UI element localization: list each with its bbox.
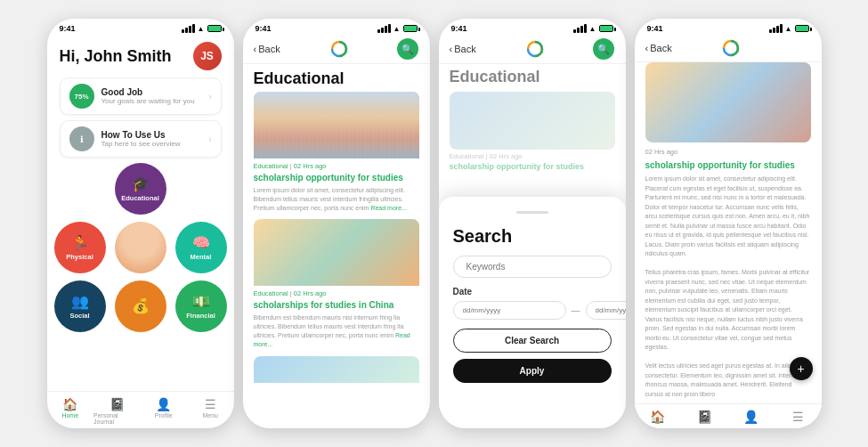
article-img-2 — [254, 219, 419, 286]
dollar-icon: 💵 — [192, 293, 210, 310]
categories-area: 🎓 Educational 🏃 Physical 🧠 Mental — [60, 163, 222, 339]
phone4: 9:41 ▲ ‹Back 02 Hrs — [635, 19, 822, 428]
date-dash: — — [572, 305, 580, 315]
journal-icon: 📓 — [110, 397, 125, 411]
physical-circle[interactable]: 🏃 Physical — [54, 222, 106, 273]
wifi-icon-2: ▲ — [393, 25, 401, 33]
date-range-row: — — [453, 301, 612, 320]
home-icon: 🏠 — [62, 397, 77, 411]
article-detail-meta: 02 Hrs ago — [645, 148, 811, 156]
search-button-3[interactable]: 🔍 — [593, 38, 614, 60]
back-button-2[interactable]: ‹Back — [254, 44, 280, 54]
educational-circle[interactable]: 🎓 Educational — [115, 163, 166, 215]
date-label: Date — [453, 287, 612, 297]
phone2: 9:41 ▲ ‹Back 🔍 Educati — [243, 19, 430, 428]
status-icons-1: ▲ — [182, 24, 222, 33]
status-icons-3: ▲ — [573, 24, 613, 33]
app-logo-2 — [329, 39, 349, 59]
info-circle: ℹ — [69, 126, 94, 151]
card-arrow-1: › — [208, 92, 211, 102]
time-4: 9:41 — [647, 24, 663, 33]
back-button-4[interactable]: ‹Back — [645, 43, 672, 53]
person-avatar — [115, 222, 166, 273]
clear-search-button[interactable]: Clear Search — [453, 329, 612, 353]
battery-icon-1 — [207, 25, 222, 32]
time-3: 9:41 — [451, 24, 467, 33]
mental-circle[interactable]: 🧠 Mental — [175, 222, 227, 273]
status-bar-2: 9:41 ▲ — [243, 19, 430, 35]
brain-icon: 🧠 — [192, 234, 210, 251]
nav-menu-4[interactable]: ☰ — [775, 410, 822, 425]
status-bar-4: 9:41 ▲ — [635, 19, 822, 35]
p2-topbar: ‹Back 🔍 — [243, 35, 430, 64]
keywords-input[interactable] — [453, 256, 612, 278]
p3-bg-title: Educational — [450, 68, 615, 86]
phone1: 9:41 ▲ Hi, John Smith JS 75% — [47, 19, 234, 428]
status-bar-3: 9:41 ▲ — [439, 19, 626, 35]
search-title: Search — [453, 226, 612, 247]
good-job-card[interactable]: 75% Good Job Your goals are waiting for … — [60, 77, 222, 115]
article-detail-img — [645, 62, 811, 142]
article-headline-2: scholarships for studies in China — [254, 299, 419, 311]
article-img-3 — [254, 356, 419, 383]
nav-home[interactable]: 🏠 Home — [47, 397, 94, 425]
time-2: 9:41 — [256, 24, 272, 33]
social-circle[interactable]: 👥 Social — [54, 280, 106, 332]
time-1: 9:41 — [60, 24, 76, 33]
running-icon: 🏃 — [71, 234, 89, 251]
date-to-input[interactable] — [586, 301, 626, 320]
article-headline-1: scholarship opportunity for studies — [254, 172, 419, 183]
article-meta-2: Educational | 02 Hrs ago — [254, 286, 419, 299]
phone3: 9:41 ▲ ‹Back 🔍 Educational — [439, 19, 626, 428]
app-logo-3 — [525, 39, 545, 59]
greeting-text: Hi, John Smith — [60, 47, 172, 66]
article-img-1 — [254, 92, 419, 158]
nav-menu[interactable]: ☰ Menu — [187, 397, 234, 425]
date-from-input[interactable] — [453, 301, 566, 320]
bottom-nav-4: 🏠 📓 👤 ☰ — [635, 403, 822, 428]
financial-circle[interactable]: 💵 Financial — [175, 280, 227, 332]
article-detail-headline: scholarship opportunity for studies — [645, 159, 811, 171]
home-header: Hi, John Smith JS — [60, 42, 222, 70]
article-meta-1: Educational | 02 Hrs ago — [254, 158, 419, 172]
card-text-2: How To Use Us Tap here to see overview — [101, 130, 209, 148]
search-button-2[interactable]: 🔍 — [397, 38, 418, 60]
card-arrow-2: › — [208, 134, 211, 144]
battery-icon-2 — [403, 25, 418, 32]
article-card-2[interactable]: Educational | 02 Hrs ago scholarships fo… — [254, 219, 419, 348]
apply-button[interactable]: Apply — [453, 359, 612, 383]
drag-handle — [516, 211, 548, 214]
back-button-3[interactable]: ‹Back — [450, 44, 476, 54]
menu-icon: ☰ — [205, 397, 216, 411]
people-icon: 👥 — [71, 293, 89, 310]
status-bar-1: 9:41 ▲ — [47, 19, 234, 35]
article-card-1[interactable]: Educational | 02 Hrs ago scholarship opp… — [254, 92, 419, 212]
card-text-1: Good Job Your goals are waiting for you — [101, 87, 209, 105]
extra-circle[interactable]: 💰 — [115, 280, 166, 332]
avatar: JS — [193, 42, 222, 70]
nav-profile-4[interactable]: 👤 — [728, 410, 775, 425]
app-logo-4 — [721, 38, 741, 58]
nav-home-4[interactable]: 🏠 — [635, 410, 682, 425]
article-body-2: Bibendum est bibendum mauris nisi intern… — [254, 313, 419, 348]
bottom-nav-1: 🏠 Home 📓 Personal Journal 👤 Profile ☰ Me… — [47, 391, 234, 428]
progress-circle: 75% — [69, 84, 94, 109]
article-card-3[interactable] — [254, 356, 419, 383]
nav-journal[interactable]: 📓 Personal Journal — [93, 397, 141, 425]
article-body-1: Lorem ipsum dolor sit amet, consectetur … — [254, 186, 419, 212]
profile-icon: 👤 — [156, 397, 171, 411]
wifi-icon-1: ▲ — [198, 25, 205, 33]
nav-journal-4[interactable]: 📓 — [681, 410, 728, 425]
nav-profile[interactable]: 👤 Profile — [141, 397, 188, 425]
article-detail-body: Lorem ipsum dolor sit amet, consectetur … — [645, 175, 811, 399]
fab-button[interactable]: + — [790, 357, 813, 380]
p4-topbar: ‹Back — [635, 35, 822, 62]
graduation-icon: 🎓 — [132, 175, 150, 192]
how-to-card[interactable]: ℹ How To Use Us Tap here to see overview… — [60, 120, 222, 158]
p2-page-title: Educational — [243, 64, 430, 92]
p3-topbar: ‹Back 🔍 — [439, 35, 626, 64]
search-overlay: Search Date — Clear Search Apply — [439, 197, 626, 428]
status-icons-4: ▲ — [769, 24, 809, 33]
status-icons-2: ▲ — [377, 24, 418, 33]
